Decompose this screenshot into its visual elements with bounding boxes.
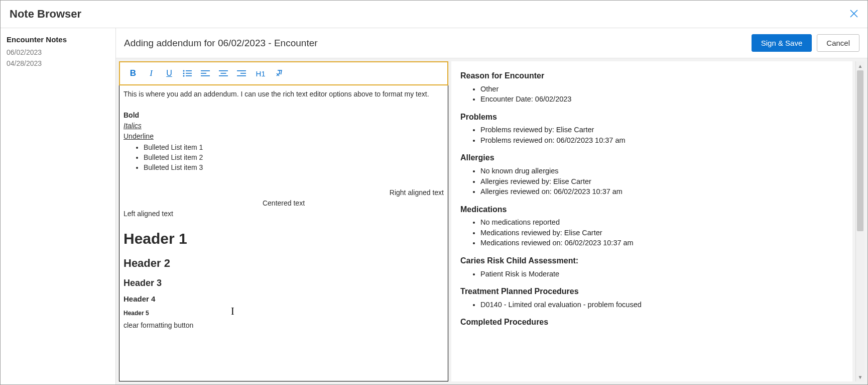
underline-icon[interactable]: U	[161, 66, 177, 80]
content-row: B I U	[116, 58, 867, 384]
list-item: No medications reported	[480, 218, 843, 228]
align-right-icon[interactable]	[233, 66, 250, 80]
text-cursor-icon: I	[231, 305, 234, 318]
editor-toolbar: B I U	[119, 61, 448, 85]
list-item: D0140 - Limited oral evaluation - proble…	[480, 300, 843, 310]
bold-icon[interactable]: B	[125, 66, 141, 80]
section-heading-planned: Treatment Planned Procedures	[460, 286, 843, 297]
main-body: Encounter Notes 06/02/2023 04/28/2023 Ad…	[1, 28, 867, 384]
reason-list: Other Encounter Date: 06/02/2023	[460, 84, 843, 105]
problems-list: Problems reviewed by: Elise Carter Probl…	[460, 125, 843, 145]
header-actions: Sign & Save Cancel	[752, 34, 859, 52]
editor-h5: Header 5	[123, 309, 444, 317]
section-heading-problems: Problems	[460, 112, 843, 123]
sidebar: Encounter Notes 06/02/2023 04/28/2023	[1, 28, 116, 384]
editor-left-aligned: Left aligned text	[123, 209, 444, 219]
svg-point-4	[183, 75, 185, 77]
section-heading-allergies: Allergies	[460, 152, 843, 163]
align-left-icon[interactable]	[197, 66, 213, 80]
editor-paragraph: This is where you add an addendum. I can…	[123, 89, 444, 99]
scroll-down-icon[interactable]: ▼	[856, 372, 864, 381]
editor-right-aligned: Right aligned text	[123, 188, 444, 198]
svg-rect-5	[186, 75, 192, 76]
planned-list: D0140 - Limited oral evaluation - proble…	[460, 300, 843, 310]
scroll-up-icon[interactable]: ▲	[856, 61, 864, 70]
svg-point-2	[183, 73, 185, 74]
note-detail-panel: Reason for Encounter Other Encounter Dat…	[451, 61, 852, 381]
caries-list: Patient Risk is Moderate	[460, 269, 843, 279]
editor-underline-sample: Underline	[123, 132, 444, 141]
editor-italic-sample: Italics	[123, 121, 444, 131]
editor-textarea[interactable]: This is where you add an addendum. I can…	[119, 85, 448, 381]
scroll-thumb[interactable]	[857, 70, 863, 231]
svg-rect-10	[221, 73, 226, 74]
clear-format-icon[interactable]	[272, 66, 288, 80]
svg-rect-1	[186, 70, 192, 71]
note-browser-window: Note Browser Encounter Notes 06/02/2023 …	[1, 1, 867, 384]
list-item: Bulleted List item 2	[144, 153, 444, 162]
editor-column: B I U	[119, 61, 448, 381]
bullet-list-icon[interactable]	[179, 66, 195, 80]
cancel-button[interactable]: Cancel	[817, 34, 859, 52]
list-item: Patient Risk is Moderate	[480, 269, 843, 279]
sidebar-heading: Encounter Notes	[7, 35, 109, 44]
list-item: Bulleted List item 1	[144, 143, 444, 152]
list-item: Other	[480, 84, 843, 94]
scrollbar[interactable]: ▲ ▼	[855, 61, 864, 381]
list-item: Problems reviewed on: 06/02/2023 10:37 a…	[480, 136, 843, 146]
section-heading-medications: Medications	[460, 204, 843, 215]
list-item: No known drug allergies	[480, 166, 843, 176]
heading-icon[interactable]: H1	[252, 66, 270, 80]
scroll-track[interactable]	[856, 70, 864, 372]
svg-rect-14	[237, 75, 246, 76]
sidebar-date-item[interactable]: 06/02/2023	[7, 47, 109, 58]
main-column: Adding addendum for 06/02/2023 - Encount…	[116, 28, 867, 384]
section-heading-reason: Reason for Encounter	[460, 70, 843, 81]
list-item: Medications reviewed on: 06/02/2023 10:3…	[480, 238, 843, 248]
list-item: Encounter Date: 06/02/2023	[480, 94, 843, 105]
svg-rect-8	[201, 75, 210, 76]
list-item: Medications reviewed by: Elise Carter	[480, 228, 843, 238]
svg-rect-7	[201, 73, 206, 74]
svg-rect-9	[219, 70, 228, 71]
page-title: Adding addendum for 06/02/2023 - Encount…	[124, 38, 318, 49]
section-heading-completed: Completed Procedures	[460, 317, 843, 328]
editor-bold-sample: Bold	[123, 111, 444, 120]
list-item: Problems reviewed by: Elise Carter	[480, 125, 843, 135]
editor-bullet-list: Bulleted List item 1 Bulleted List item …	[123, 143, 444, 172]
svg-point-0	[183, 70, 185, 72]
editor-clear-format-sample: clear formatting button	[123, 321, 444, 330]
list-item: Allergies reviewed on: 06/02/2023 10:37 …	[480, 187, 843, 197]
editor-h3: Header 3	[123, 277, 444, 289]
close-icon[interactable]	[849, 9, 858, 20]
list-item: Bulleted List item 3	[144, 163, 444, 172]
svg-rect-3	[186, 73, 192, 74]
svg-rect-12	[237, 70, 246, 71]
medications-list: No medications reported Medications revi…	[460, 218, 843, 248]
titlebar: Note Browser	[1, 1, 867, 28]
main-header: Adding addendum for 06/02/2023 - Encount…	[116, 28, 867, 58]
editor-h1: Header 1	[123, 229, 444, 249]
editor-centered: Centered text	[123, 199, 444, 208]
sign-save-button[interactable]: Sign & Save	[752, 34, 812, 52]
align-center-icon[interactable]	[215, 66, 231, 80]
list-item: Allergies reviewed by: Elise Carter	[480, 177, 843, 187]
window-title: Note Browser	[10, 8, 81, 21]
svg-rect-11	[219, 75, 228, 76]
editor-h4: Header 4	[123, 294, 444, 304]
italic-icon[interactable]: I	[143, 66, 159, 80]
sidebar-date-item[interactable]: 04/28/2023	[7, 58, 109, 69]
allergies-list: No known drug allergies Allergies review…	[460, 166, 843, 197]
svg-rect-6	[201, 70, 210, 71]
svg-rect-13	[240, 73, 246, 74]
section-heading-caries: Caries Risk Child Assessment:	[460, 255, 843, 266]
editor-h2: Header 2	[123, 256, 444, 271]
